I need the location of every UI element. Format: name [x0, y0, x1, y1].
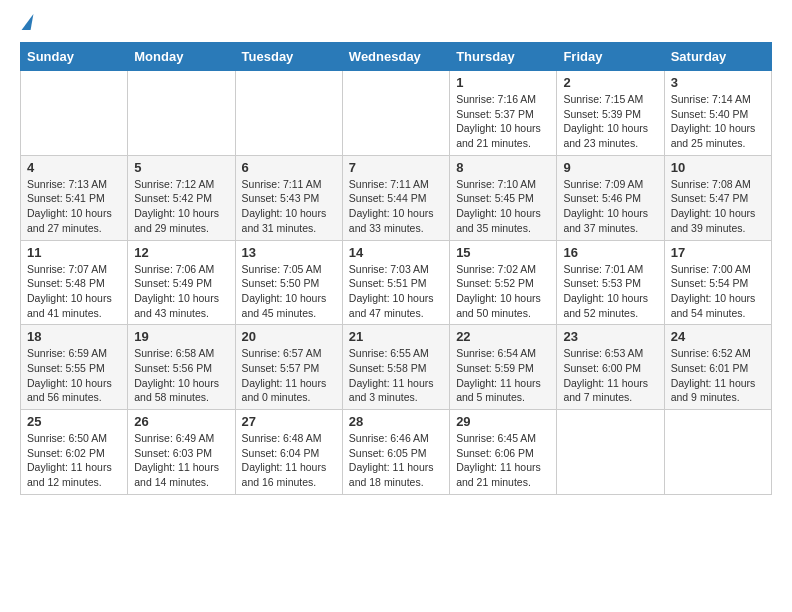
day-number: 8 [456, 160, 550, 175]
calendar-cell [557, 410, 664, 495]
calendar-cell [128, 71, 235, 156]
cell-details: Sunrise: 7:01 AM Sunset: 5:53 PM Dayligh… [563, 262, 657, 321]
page-header [20, 16, 772, 30]
day-number: 14 [349, 245, 443, 260]
calendar-cell: 29Sunrise: 6:45 AM Sunset: 6:06 PM Dayli… [450, 410, 557, 495]
cell-details: Sunrise: 7:13 AM Sunset: 5:41 PM Dayligh… [27, 177, 121, 236]
day-of-week-header: Sunday [21, 43, 128, 71]
calendar-cell: 6Sunrise: 7:11 AM Sunset: 5:43 PM Daylig… [235, 155, 342, 240]
calendar-header-row: SundayMondayTuesdayWednesdayThursdayFrid… [21, 43, 772, 71]
day-number: 2 [563, 75, 657, 90]
calendar-cell: 3Sunrise: 7:14 AM Sunset: 5:40 PM Daylig… [664, 71, 771, 156]
calendar-cell [342, 71, 449, 156]
cell-details: Sunrise: 7:11 AM Sunset: 5:44 PM Dayligh… [349, 177, 443, 236]
day-number: 1 [456, 75, 550, 90]
calendar-cell: 17Sunrise: 7:00 AM Sunset: 5:54 PM Dayli… [664, 240, 771, 325]
day-number: 3 [671, 75, 765, 90]
calendar-cell: 11Sunrise: 7:07 AM Sunset: 5:48 PM Dayli… [21, 240, 128, 325]
day-number: 19 [134, 329, 228, 344]
cell-details: Sunrise: 6:45 AM Sunset: 6:06 PM Dayligh… [456, 431, 550, 490]
day-number: 22 [456, 329, 550, 344]
calendar-cell: 26Sunrise: 6:49 AM Sunset: 6:03 PM Dayli… [128, 410, 235, 495]
calendar-cell: 25Sunrise: 6:50 AM Sunset: 6:02 PM Dayli… [21, 410, 128, 495]
calendar-cell: 20Sunrise: 6:57 AM Sunset: 5:57 PM Dayli… [235, 325, 342, 410]
day-of-week-header: Friday [557, 43, 664, 71]
day-of-week-header: Thursday [450, 43, 557, 71]
logo [20, 16, 32, 30]
cell-details: Sunrise: 7:00 AM Sunset: 5:54 PM Dayligh… [671, 262, 765, 321]
cell-details: Sunrise: 6:48 AM Sunset: 6:04 PM Dayligh… [242, 431, 336, 490]
cell-details: Sunrise: 7:16 AM Sunset: 5:37 PM Dayligh… [456, 92, 550, 151]
calendar-cell: 28Sunrise: 6:46 AM Sunset: 6:05 PM Dayli… [342, 410, 449, 495]
day-number: 4 [27, 160, 121, 175]
calendar-cell: 7Sunrise: 7:11 AM Sunset: 5:44 PM Daylig… [342, 155, 449, 240]
day-number: 17 [671, 245, 765, 260]
cell-details: Sunrise: 7:08 AM Sunset: 5:47 PM Dayligh… [671, 177, 765, 236]
cell-details: Sunrise: 6:58 AM Sunset: 5:56 PM Dayligh… [134, 346, 228, 405]
day-number: 13 [242, 245, 336, 260]
calendar-cell: 27Sunrise: 6:48 AM Sunset: 6:04 PM Dayli… [235, 410, 342, 495]
day-number: 7 [349, 160, 443, 175]
day-number: 11 [27, 245, 121, 260]
day-number: 20 [242, 329, 336, 344]
cell-details: Sunrise: 6:57 AM Sunset: 5:57 PM Dayligh… [242, 346, 336, 405]
day-number: 15 [456, 245, 550, 260]
day-number: 16 [563, 245, 657, 260]
calendar-cell: 8Sunrise: 7:10 AM Sunset: 5:45 PM Daylig… [450, 155, 557, 240]
cell-details: Sunrise: 7:12 AM Sunset: 5:42 PM Dayligh… [134, 177, 228, 236]
logo-triangle-icon [22, 14, 34, 30]
calendar-cell: 9Sunrise: 7:09 AM Sunset: 5:46 PM Daylig… [557, 155, 664, 240]
cell-details: Sunrise: 6:46 AM Sunset: 6:05 PM Dayligh… [349, 431, 443, 490]
day-number: 6 [242, 160, 336, 175]
cell-details: Sunrise: 6:52 AM Sunset: 6:01 PM Dayligh… [671, 346, 765, 405]
day-number: 12 [134, 245, 228, 260]
day-number: 10 [671, 160, 765, 175]
day-number: 26 [134, 414, 228, 429]
calendar-cell: 21Sunrise: 6:55 AM Sunset: 5:58 PM Dayli… [342, 325, 449, 410]
cell-details: Sunrise: 7:07 AM Sunset: 5:48 PM Dayligh… [27, 262, 121, 321]
calendar-cell: 22Sunrise: 6:54 AM Sunset: 5:59 PM Dayli… [450, 325, 557, 410]
calendar-week-row: 11Sunrise: 7:07 AM Sunset: 5:48 PM Dayli… [21, 240, 772, 325]
day-number: 23 [563, 329, 657, 344]
cell-details: Sunrise: 6:59 AM Sunset: 5:55 PM Dayligh… [27, 346, 121, 405]
calendar-cell: 24Sunrise: 6:52 AM Sunset: 6:01 PM Dayli… [664, 325, 771, 410]
calendar-cell: 19Sunrise: 6:58 AM Sunset: 5:56 PM Dayli… [128, 325, 235, 410]
day-number: 28 [349, 414, 443, 429]
cell-details: Sunrise: 7:11 AM Sunset: 5:43 PM Dayligh… [242, 177, 336, 236]
calendar-cell: 5Sunrise: 7:12 AM Sunset: 5:42 PM Daylig… [128, 155, 235, 240]
calendar-cell: 23Sunrise: 6:53 AM Sunset: 6:00 PM Dayli… [557, 325, 664, 410]
calendar-table: SundayMondayTuesdayWednesdayThursdayFrid… [20, 42, 772, 495]
calendar-cell [664, 410, 771, 495]
cell-details: Sunrise: 7:03 AM Sunset: 5:51 PM Dayligh… [349, 262, 443, 321]
calendar-cell: 14Sunrise: 7:03 AM Sunset: 5:51 PM Dayli… [342, 240, 449, 325]
cell-details: Sunrise: 7:06 AM Sunset: 5:49 PM Dayligh… [134, 262, 228, 321]
calendar-week-row: 25Sunrise: 6:50 AM Sunset: 6:02 PM Dayli… [21, 410, 772, 495]
calendar-week-row: 18Sunrise: 6:59 AM Sunset: 5:55 PM Dayli… [21, 325, 772, 410]
calendar-cell: 2Sunrise: 7:15 AM Sunset: 5:39 PM Daylig… [557, 71, 664, 156]
calendar-week-row: 1Sunrise: 7:16 AM Sunset: 5:37 PM Daylig… [21, 71, 772, 156]
cell-details: Sunrise: 7:15 AM Sunset: 5:39 PM Dayligh… [563, 92, 657, 151]
day-of-week-header: Monday [128, 43, 235, 71]
cell-details: Sunrise: 7:09 AM Sunset: 5:46 PM Dayligh… [563, 177, 657, 236]
cell-details: Sunrise: 7:02 AM Sunset: 5:52 PM Dayligh… [456, 262, 550, 321]
cell-details: Sunrise: 6:54 AM Sunset: 5:59 PM Dayligh… [456, 346, 550, 405]
cell-details: Sunrise: 7:14 AM Sunset: 5:40 PM Dayligh… [671, 92, 765, 151]
day-number: 27 [242, 414, 336, 429]
day-number: 24 [671, 329, 765, 344]
calendar-cell [235, 71, 342, 156]
cell-details: Sunrise: 7:10 AM Sunset: 5:45 PM Dayligh… [456, 177, 550, 236]
day-number: 18 [27, 329, 121, 344]
day-number: 5 [134, 160, 228, 175]
calendar-cell: 18Sunrise: 6:59 AM Sunset: 5:55 PM Dayli… [21, 325, 128, 410]
cell-details: Sunrise: 6:53 AM Sunset: 6:00 PM Dayligh… [563, 346, 657, 405]
calendar-cell: 12Sunrise: 7:06 AM Sunset: 5:49 PM Dayli… [128, 240, 235, 325]
cell-details: Sunrise: 6:49 AM Sunset: 6:03 PM Dayligh… [134, 431, 228, 490]
day-number: 29 [456, 414, 550, 429]
calendar-cell: 4Sunrise: 7:13 AM Sunset: 5:41 PM Daylig… [21, 155, 128, 240]
day-number: 25 [27, 414, 121, 429]
calendar-cell: 13Sunrise: 7:05 AM Sunset: 5:50 PM Dayli… [235, 240, 342, 325]
cell-details: Sunrise: 6:50 AM Sunset: 6:02 PM Dayligh… [27, 431, 121, 490]
day-of-week-header: Wednesday [342, 43, 449, 71]
calendar-cell: 15Sunrise: 7:02 AM Sunset: 5:52 PM Dayli… [450, 240, 557, 325]
calendar-cell: 10Sunrise: 7:08 AM Sunset: 5:47 PM Dayli… [664, 155, 771, 240]
